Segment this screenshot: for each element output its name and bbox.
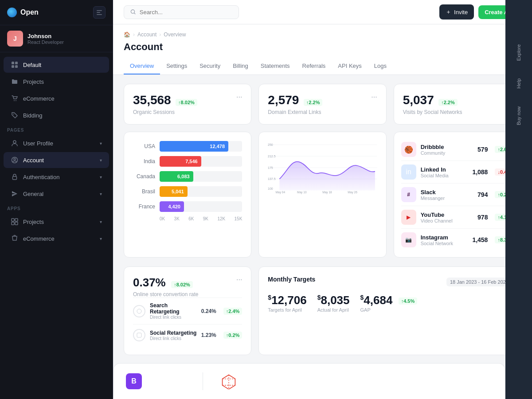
sidebar-item-bidding[interactable]: Bidding bbox=[4, 107, 109, 123]
chevron-down-icon: ▾ bbox=[100, 219, 102, 224]
svg-rect-5 bbox=[12, 65, 14, 68]
sidebar-item-app-ecommerce[interactable]: eCommerce ▾ bbox=[4, 231, 109, 246]
social-row-linkedin: in Linked In Social Media 1,088 ↓0.4% bbox=[401, 161, 514, 184]
shop-icon bbox=[11, 94, 19, 102]
svg-text:May 26: May 26 bbox=[348, 191, 358, 194]
pages-section-label: PAGES bbox=[0, 124, 113, 134]
svg-rect-0 bbox=[97, 10, 102, 11]
sidebar: Open J Johnson React Developer bbox=[0, 0, 113, 399]
country-label: USA bbox=[133, 143, 155, 149]
date-range: 18 Jan 2023 - 16 Feb 2023 bbox=[446, 278, 512, 286]
stat-label: Organic Sessions bbox=[133, 109, 197, 115]
bar-container: 5,041 bbox=[160, 186, 242, 197]
tab-statements[interactable]: Statements bbox=[254, 58, 296, 74]
svg-text:May 10: May 10 bbox=[297, 191, 307, 194]
sidebar-toggle-button[interactable] bbox=[93, 6, 106, 19]
bar-fill: 12,478 bbox=[160, 141, 228, 152]
monthly-target: $12,706 Targets for April bbox=[268, 293, 306, 313]
bar-value: 12,478 bbox=[210, 144, 225, 149]
bottom-overlay: B Bootstrap 5 Laravel bbox=[113, 363, 505, 399]
bar-fill: 5,041 bbox=[160, 186, 188, 197]
chevron-down-icon: ▾ bbox=[100, 236, 102, 241]
user-circle-icon bbox=[11, 156, 19, 164]
conversion-card: 0.37% ↑8.02% Online store convertion rat… bbox=[124, 266, 251, 355]
svg-text:250: 250 bbox=[268, 143, 273, 146]
monthly-targets-card: Monthly Targets 18 Jan 2023 - 16 Feb 202… bbox=[258, 266, 521, 355]
stat-menu-button[interactable]: ··· bbox=[236, 276, 242, 284]
sidebar-item-label: User Profile bbox=[23, 140, 95, 147]
axis-label: 0K bbox=[160, 216, 165, 221]
tab-settings[interactable]: Settings bbox=[160, 58, 193, 74]
bar-value: 5,041 bbox=[172, 189, 184, 194]
bar-fill: 4,420 bbox=[160, 201, 184, 212]
country-label: Brasil bbox=[133, 188, 155, 195]
person-icon bbox=[11, 139, 19, 147]
lock-icon bbox=[11, 173, 19, 181]
buy-now-button[interactable]: Buy now bbox=[505, 98, 532, 134]
bootstrap-logo: B bbox=[126, 373, 142, 389]
sidebar-item-label: General bbox=[23, 191, 95, 197]
svg-rect-16 bbox=[12, 222, 14, 225]
stat-value: 35,568 bbox=[133, 93, 171, 107]
stats-grid: 35,568 ↑8.02% Organic Sessions ··· 2,579… bbox=[113, 75, 532, 266]
country-label: Canada bbox=[133, 173, 155, 180]
social-row-slack: # Slack Messanger 794 ↑0.2% bbox=[401, 184, 514, 206]
svg-text:May 18: May 18 bbox=[322, 191, 332, 194]
tab-security[interactable]: Security bbox=[193, 58, 227, 74]
topbar: ＋ Invite Create App bbox=[113, 0, 532, 24]
explore-button[interactable]: Explore bbox=[505, 35, 532, 70]
svg-rect-14 bbox=[12, 219, 14, 221]
bar-container: 4,420 bbox=[160, 201, 242, 212]
stat-menu-button[interactable]: ··· bbox=[236, 93, 242, 101]
tab-logs[interactable]: Logs bbox=[368, 58, 393, 74]
sidebar-item-authentication[interactable]: Authentication ▾ bbox=[4, 169, 109, 185]
sidebar-item-ecommerce[interactable]: eCommerce bbox=[4, 90, 109, 106]
svg-rect-15 bbox=[15, 219, 18, 221]
sidebar-item-projects[interactable]: Projects bbox=[4, 74, 109, 90]
laravel-section: Laravel bbox=[221, 373, 266, 389]
svg-rect-2 bbox=[97, 14, 102, 15]
search-box[interactable] bbox=[124, 5, 239, 19]
search-input[interactable] bbox=[140, 9, 232, 16]
bar-chart-card: USA 12,478 India 7,546 Canada 6,083 Bras… bbox=[124, 132, 251, 258]
country-label: India bbox=[133, 158, 155, 164]
sidebar-item-account[interactable]: Account ▾ bbox=[4, 152, 109, 168]
sidebar-item-label: Account bbox=[23, 157, 95, 164]
sidebar-item-general[interactable]: General ▾ bbox=[4, 186, 109, 202]
axis-label: 15K bbox=[235, 216, 243, 221]
tag-icon bbox=[11, 111, 19, 119]
tab-billing[interactable]: Billing bbox=[227, 58, 254, 74]
bar-chart: USA 12,478 India 7,546 Canada 6,083 Bras… bbox=[133, 141, 242, 221]
monthly-values: $12,706 Targets for April $8,035 Actual … bbox=[268, 293, 512, 313]
retarget-icon bbox=[133, 305, 145, 317]
axis-label: 6K bbox=[188, 216, 194, 221]
sidebar-navigation: Default Projects eCommerce bbox=[0, 52, 113, 399]
bar-chart-row: Canada 6,083 bbox=[133, 171, 242, 182]
bootstrap-label: Bootstrap 5 bbox=[148, 378, 185, 385]
stat-menu-button[interactable]: ··· bbox=[371, 93, 377, 101]
sidebar-item-default[interactable]: Default bbox=[4, 57, 109, 73]
user-info: Johnson React Developer bbox=[27, 33, 106, 45]
svg-rect-3 bbox=[12, 62, 14, 64]
axis-label: 9K bbox=[203, 216, 208, 221]
svg-rect-33 bbox=[137, 333, 141, 337]
retarget-row-social: Social Retargeting Direct link clicks 1.… bbox=[133, 324, 242, 346]
stat-card-social: 5,037 ↑2.2% Visits by Social Networks ··… bbox=[394, 84, 521, 125]
sidebar-item-user-profile[interactable]: User Profile ▾ bbox=[4, 135, 109, 151]
tab-referrals[interactable]: Referrals bbox=[296, 58, 332, 74]
invite-button[interactable]: ＋ Invite bbox=[439, 4, 474, 20]
chevron-down-icon: ▾ bbox=[100, 158, 102, 163]
page-tabs: Overview Settings Security Billing State… bbox=[124, 58, 521, 74]
tab-api-keys[interactable]: API Keys bbox=[332, 58, 368, 74]
sidebar-item-app-projects[interactable]: Projects ▾ bbox=[4, 214, 109, 230]
dribbble-icon: 🏀 bbox=[401, 142, 416, 157]
help-button[interactable]: Help bbox=[505, 70, 532, 98]
bootstrap-section: B Bootstrap 5 bbox=[126, 373, 185, 389]
right-sidebar: Explore Help Buy now bbox=[505, 0, 532, 399]
sidebar-item-label: eCommerce bbox=[23, 235, 95, 242]
divider bbox=[203, 372, 203, 390]
user-profile-section: J Johnson React Developer bbox=[0, 25, 113, 52]
svg-point-12 bbox=[14, 158, 16, 160]
logo-icon bbox=[7, 8, 17, 17]
tab-overview[interactable]: Overview bbox=[124, 58, 160, 74]
